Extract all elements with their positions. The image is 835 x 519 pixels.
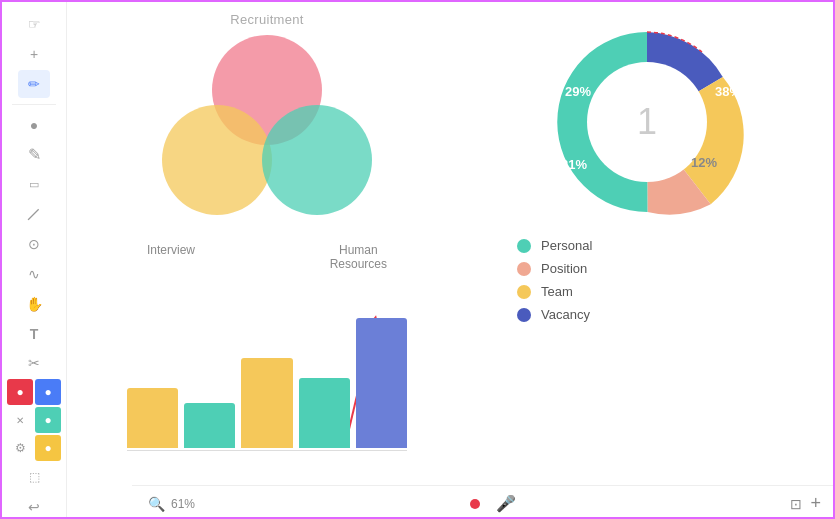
bar-chart-bars: [127, 311, 407, 451]
donut-label-12: 12%: [691, 155, 717, 170]
record-button[interactable]: [470, 499, 480, 509]
legend-item-team: Team: [517, 284, 807, 299]
bottom-bar: 🔍 61% 🎤 ⊡ +: [132, 485, 835, 519]
add-button[interactable]: +: [810, 493, 821, 514]
selection-tool[interactable]: ⬚: [18, 463, 50, 491]
donut-label-29: 29%: [565, 84, 591, 99]
color-pair-2: ✕ ●: [7, 407, 61, 433]
bar-0: [127, 388, 178, 448]
swirl-tool[interactable]: ∿: [18, 260, 50, 288]
pencil-tool[interactable]: ✎: [18, 140, 50, 168]
zoom-level: 61%: [171, 497, 195, 511]
donut-label-21: 21%: [561, 157, 587, 172]
legend-label-vacancy: Vacancy: [541, 307, 590, 322]
scissors-tool[interactable]: ✂: [18, 349, 50, 377]
donut-wrapper: 1 29% 38% 21% 12%: [547, 22, 747, 222]
microphone-icon[interactable]: 🎤: [496, 494, 516, 513]
undo-button[interactable]: ↩: [18, 493, 50, 519]
expand-button[interactable]: ⊡: [790, 496, 802, 512]
legend-dot-vacancy: [517, 308, 531, 322]
legend-item-personal: Personal: [517, 238, 807, 253]
donut-chart: 1 29% 38% 21% 12% Personal: [487, 22, 807, 322]
venn-label-interview: Interview: [147, 243, 195, 257]
app-container: ☞ + ✏ ● ✎ ▭ | ⊙ ∿ ✋ T ✂ ● ● ✕ ● ⚙ ● ⬚ ↩ …: [2, 2, 835, 519]
zoom-icon: 🔍: [148, 496, 165, 512]
bar-2: [241, 358, 292, 448]
legend-label-position: Position: [541, 261, 587, 276]
svg-text:1: 1: [637, 101, 657, 142]
venn-circle-teal: [262, 105, 372, 215]
venn-circle-yellow: [162, 105, 272, 215]
red-color-button[interactable]: ●: [7, 379, 33, 405]
yellow-color-button[interactable]: ●: [35, 435, 61, 461]
bar-chart: [127, 311, 407, 481]
blue-color-button[interactable]: ●: [35, 379, 61, 405]
venn-title: Recruitment: [127, 12, 407, 27]
canvas-area: Recruitment Interview HumanResources: [67, 2, 835, 519]
toolbar: ☞ + ✏ ● ✎ ▭ | ⊙ ∿ ✋ T ✂ ● ● ✕ ● ⚙ ● ⬚ ↩: [2, 2, 67, 519]
legend-label-team: Team: [541, 284, 573, 299]
legend-item-vacancy: Vacancy: [517, 307, 807, 322]
venn-circles: [147, 35, 387, 235]
hand-tool[interactable]: ✋: [18, 290, 50, 318]
lasso-tool[interactable]: ⊙: [18, 230, 50, 258]
text-tool[interactable]: T: [18, 320, 50, 348]
legend-dot-position: [517, 262, 531, 276]
venn-label-hr: HumanResources: [330, 243, 387, 271]
legend-dot-personal: [517, 239, 531, 253]
venn-diagram: Recruitment Interview HumanResources: [127, 12, 407, 292]
bar-3: [299, 378, 350, 448]
settings-button[interactable]: ⚙: [7, 435, 33, 461]
add-tool[interactable]: +: [18, 40, 50, 68]
color-pair-3: ⚙ ●: [7, 435, 61, 461]
toolbar-divider-1: [12, 104, 57, 105]
cursor-tool[interactable]: ☞: [18, 10, 50, 38]
legend-dot-team: [517, 285, 531, 299]
bar-1: [184, 403, 235, 448]
bar-4: [356, 318, 407, 448]
bottom-right-controls: ⊡ +: [790, 493, 821, 514]
legend-label-personal: Personal: [541, 238, 592, 253]
line-tool[interactable]: |: [13, 193, 55, 235]
legend: Personal Position Team Vacancy: [487, 238, 807, 322]
donut-svg: 1: [547, 22, 747, 222]
donut-label-38: 38%: [715, 84, 741, 99]
legend-item-position: Position: [517, 261, 807, 276]
close-button[interactable]: ✕: [7, 407, 33, 433]
color-pair-1: ● ●: [7, 379, 61, 405]
green-color-button[interactable]: ●: [35, 407, 61, 433]
bottom-center-controls: 🎤: [470, 494, 516, 513]
dot-tool[interactable]: ●: [18, 111, 50, 139]
pen-tool[interactable]: ✏: [18, 70, 50, 98]
